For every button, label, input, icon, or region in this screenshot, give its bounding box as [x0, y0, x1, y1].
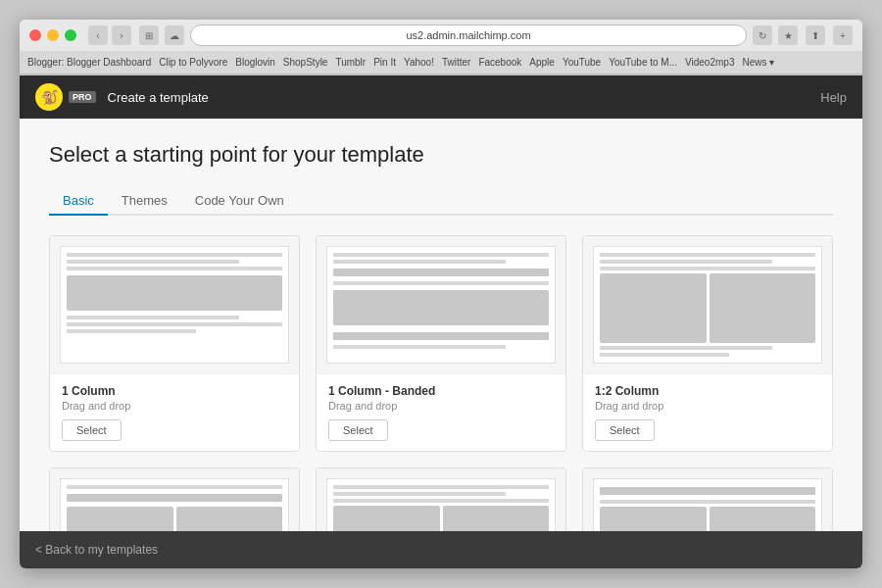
templates-grid: 1 Column Drag and drop Select [49, 235, 833, 531]
browser-window: ‹ › ⊞ ☁ us2.admin.mailchimp.com ↻ ★ ⬆ + … [20, 20, 862, 568]
bookmark-video2mp3[interactable]: Video2mp3 [685, 57, 734, 68]
select-button-1-2col[interactable]: Select [595, 419, 655, 441]
preview-two-col [333, 506, 549, 531]
preview-line [600, 253, 815, 257]
bookmark-facebook[interactable]: Facebook [478, 57, 521, 68]
close-button[interactable] [29, 29, 41, 41]
preview-line [333, 485, 549, 489]
url-text: us2.admin.mailchimp.com [406, 29, 530, 41]
preview-col [443, 506, 550, 531]
bookmark-blogger[interactable]: Blogger: Blogger Dashboard [27, 57, 151, 68]
bookmark-apple[interactable]: Apple [529, 57, 555, 68]
preview-line [67, 485, 282, 489]
help-link[interactable]: Help [820, 90, 847, 105]
back-nav-button[interactable]: ‹ [88, 25, 108, 45]
template-card-1-2col: 1:2 Column Drag and drop Select [582, 235, 833, 452]
pro-badge: PRO [69, 91, 96, 103]
preview-band [333, 332, 549, 340]
template-preview-1-2col [583, 236, 832, 373]
select-button-1col-banded[interactable]: Select [328, 419, 388, 441]
preview-line [600, 267, 815, 270]
preview-two-col [67, 507, 282, 531]
preview-inner-1-2-1col [326, 478, 556, 531]
preview-inner-1col [60, 246, 289, 364]
cloud-button[interactable]: ☁ [165, 25, 184, 45]
bookmark-youtube[interactable]: YouTube [563, 57, 601, 68]
back-to-templates-link[interactable]: < Back to my templates [35, 543, 158, 557]
preview-line [67, 329, 196, 333]
address-bar[interactable]: us2.admin.mailchimp.com [190, 24, 747, 46]
bookmark-pinit[interactable]: Pin It [373, 57, 396, 68]
tab-code-your-own[interactable]: Code Your Own [181, 187, 298, 216]
browser-chrome: ‹ › ⊞ ☁ us2.admin.mailchimp.com ↻ ★ ⬆ + … [20, 20, 862, 75]
refresh-button[interactable]: ↻ [753, 25, 772, 45]
share-button[interactable]: ⬆ [806, 25, 825, 45]
header-title: Create a template [108, 90, 209, 105]
template-desc: Drag and drop [62, 400, 287, 412]
template-card-1-2-1col-banded: 1:2:1 Column - Banded Drag and drop [582, 467, 833, 531]
bookmark-polyvore[interactable]: Clip to Polyvore [159, 57, 227, 68]
nav-buttons: ‹ › [88, 25, 131, 45]
template-desc: Drag and drop [595, 400, 820, 412]
template-card-1col-banded: 1 Column - Banded Drag and drop Select [316, 235, 566, 452]
preview-line [333, 281, 549, 285]
mailchimp-logo-icon: 🐒 [35, 83, 63, 111]
preview-col [333, 506, 440, 531]
star-button[interactable]: ★ [778, 25, 798, 45]
bookmark-bloglovin[interactable]: Bloglovin [235, 57, 275, 68]
bookmark-yahoo[interactable]: Yahoo! [404, 57, 434, 68]
preview-line [67, 253, 282, 257]
tab-themes[interactable]: Themes [108, 187, 181, 216]
preview-line [333, 499, 549, 503]
template-info-1col-banded: 1 Column - Banded Drag and drop Select [317, 373, 565, 451]
template-card-1-2col-banded: 1:2 Column - Banded Drag and drop [49, 467, 300, 531]
minimize-button[interactable] [47, 29, 59, 41]
bookmark-twitter[interactable]: Twitter [442, 57, 470, 68]
template-preview-1-2col-banded [50, 468, 299, 531]
preview-line [67, 267, 282, 270]
address-bar-container: ⊞ ☁ us2.admin.mailchimp.com ↻ ★ [139, 24, 798, 46]
template-preview-1-2-1col-banded [583, 468, 832, 531]
preview-block [333, 290, 549, 325]
preview-band [67, 494, 282, 502]
preview-col [67, 507, 173, 531]
preview-line [600, 346, 772, 350]
preview-line [600, 353, 729, 357]
preview-inner-1-2col [593, 246, 822, 364]
preview-col [710, 507, 816, 531]
preview-line [333, 260, 506, 264]
preview-col [176, 507, 283, 531]
app-logo: 🐒 PRO [35, 83, 96, 111]
bookmark-tumblr[interactable]: Tumblr [335, 57, 366, 68]
traffic-lights [29, 29, 76, 41]
select-button-1col[interactable]: Select [62, 419, 122, 441]
maximize-button[interactable] [65, 29, 76, 41]
tabs: Basic Themes Code Your Own [49, 187, 833, 216]
preview-col [710, 273, 816, 343]
new-tab-button[interactable]: + [833, 25, 853, 45]
preview-line [67, 260, 239, 264]
template-name: 1:2 Column [595, 384, 820, 398]
main-content: Select a starting point for your templat… [20, 119, 862, 531]
bottom-bar: < Back to my templates [20, 531, 862, 568]
tab-view-button[interactable]: ⊞ [139, 25, 159, 45]
template-name: 1 Column [62, 384, 287, 398]
preview-line [333, 253, 549, 257]
preview-block [67, 275, 282, 311]
tab-basic[interactable]: Basic [49, 187, 108, 216]
bookmark-news[interactable]: News ▾ [742, 57, 774, 68]
forward-nav-button[interactable]: › [112, 25, 131, 45]
preview-inner-1-2col-banded [60, 478, 289, 531]
bookmark-youtube2[interactable]: YouTube to M... [609, 57, 677, 68]
preview-line [67, 316, 239, 319]
preview-line [333, 345, 506, 349]
preview-inner-1col-banded [326, 246, 556, 364]
preview-line [600, 260, 772, 264]
browser-bookmarks-toolbar: Blogger: Blogger Dashboard Clip to Polyv… [20, 51, 862, 74]
preview-two-col [600, 273, 815, 343]
preview-line [67, 322, 282, 326]
preview-col [600, 507, 707, 531]
bookmark-shopstyle[interactable]: ShopStyle [283, 57, 328, 68]
preview-band [600, 487, 815, 495]
preview-col [600, 273, 707, 343]
